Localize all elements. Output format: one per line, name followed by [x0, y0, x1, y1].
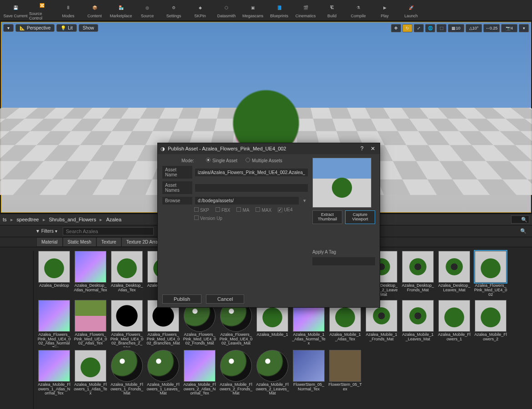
- ue4-checkbox[interactable]: ✓UE4: [278, 207, 292, 213]
- help-button[interactable]: ?: [358, 145, 366, 153]
- skp-checkbox[interactable]: SKP: [194, 207, 209, 213]
- skpin-button[interactable]: ◆SKPIn: [187, 0, 213, 20]
- settings-button[interactable]: ⚙Settings: [161, 0, 186, 20]
- asset-thumb-label: Azalea_Flowers_Pink_Med_UE4_002_Fronds_M…: [183, 333, 216, 346]
- close-button[interactable]: ✕: [369, 145, 377, 153]
- breadcrumb-item[interactable]: speedtree: [17, 217, 39, 222]
- filter-tab[interactable]: Material: [36, 237, 63, 247]
- angle-snap-value[interactable]: △ 10°: [466, 24, 482, 32]
- asset-thumb[interactable]: Azalea_Flowers_Pink_Med_UE4_002_Atlas_Te…: [74, 300, 107, 347]
- launch-button[interactable]: 🚀Launch: [398, 0, 424, 20]
- viewport-dropdown-icon[interactable]: ▾: [3, 24, 14, 32]
- capture-viewport-button[interactable]: Capture Viewport: [345, 210, 375, 224]
- play-button[interactable]: ▶Play: [372, 0, 397, 20]
- sources-panel[interactable]: [4, 251, 34, 409]
- asset-names-field[interactable]: [195, 184, 308, 192]
- max-checkbox[interactable]: MAX: [256, 207, 271, 213]
- scale-icon[interactable]: ⤢: [414, 24, 424, 32]
- asset-thumb[interactable]: Azalea_Mobile_Flowers_2_Fronds_Mat: [219, 350, 253, 396]
- asset-name-field[interactable]: [195, 169, 308, 176]
- skpin-icon: ◆: [195, 3, 205, 13]
- surface-snap-icon[interactable]: ⬚: [437, 24, 447, 32]
- source-button[interactable]: ◎Source: [135, 0, 160, 20]
- breadcrumb-item[interactable]: Shrubs_and_Flowers: [49, 217, 96, 222]
- asset-thumb[interactable]: Azalea_Desktop_Fronds_Mat: [401, 251, 435, 297]
- version-up-checkbox[interactable]: Version Up: [194, 215, 222, 221]
- asset-thumb[interactable]: Azalea_Desktop_Leaves_Mat: [437, 251, 471, 297]
- scale-snap-value[interactable]: ↔ 0.25: [483, 24, 500, 32]
- breadcrumb-item[interactable]: ts: [3, 217, 7, 222]
- extract-thumbnail-button[interactable]: Extract Thumbnail: [312, 210, 342, 224]
- filter-tab[interactable]: Texture: [96, 237, 121, 247]
- search-input[interactable]: [63, 227, 154, 235]
- marketplace-button[interactable]: 🏪Marketplace: [108, 0, 134, 20]
- datasmith-button[interactable]: ⬡Datasmith: [214, 0, 239, 20]
- asset-thumb-image: [402, 300, 434, 332]
- browse-field[interactable]: [195, 197, 299, 204]
- play-icon: ▶: [380, 3, 390, 13]
- search-icon[interactable]: 🔍: [511, 215, 529, 224]
- asset-thumb[interactable]: Azalea_Mobile_Flowers_2: [474, 300, 507, 347]
- build-button[interactable]: 🏗Build: [319, 0, 345, 20]
- modes-button[interactable]: 🎚Modes: [55, 0, 81, 20]
- asset-thumb[interactable]: FlowerStem_05_Normal_Tex: [292, 350, 326, 396]
- lit-button[interactable]: 💡 Lit: [56, 24, 77, 32]
- asset-thumb-label: Azalea_Mobile_1_Fronds_Mat: [365, 333, 398, 342]
- show-button[interactable]: Show: [79, 24, 98, 32]
- asset-thumb-image: [147, 350, 179, 382]
- perspective-button[interactable]: 📐 Perspective: [15, 24, 55, 32]
- asset-thumb[interactable]: Azalea_Desktop_Atlas_Tex: [110, 251, 144, 297]
- globe-icon[interactable]: 🌐: [425, 24, 435, 32]
- asset-thumb-label: Azalea_Flowers_Pink_Med_UE4_002_Branches…: [110, 333, 144, 347]
- asset-thumb[interactable]: Azalea_Desktop: [37, 251, 71, 297]
- browse-dropdown-icon[interactable]: ▾: [301, 198, 308, 204]
- asset-thumb[interactable]: Azalea_Mobile_Flowers_2_Atlas_Normal_Tex: [183, 350, 216, 396]
- asset-thumb[interactable]: FlowerStem_05_Tex: [328, 350, 362, 396]
- asset-thumb-label: Azalea_Mobile_Flowers_2_Fronds_Mat: [219, 383, 253, 396]
- source-control-button[interactable]: 🔀Source Control: [29, 0, 55, 20]
- asset-thumb-image: [111, 251, 143, 283]
- search-icon-right[interactable]: 🔍: [520, 228, 527, 234]
- asset-thumb-image: [38, 251, 70, 283]
- asset-thumb-image: [75, 300, 106, 332]
- asset-name-label: Asset Name: [162, 166, 192, 179]
- translate-icon[interactable]: ✥: [391, 24, 401, 32]
- asset-thumb[interactable]: Azalea_Mobile_1_Leaves_Mat: [401, 300, 435, 347]
- asset-thumb-label: Azalea_Desktop_Fronds_Mat: [401, 284, 435, 293]
- asset-thumb-label: Azalea_Mobile_Flowers_1_Atlas_Tex: [74, 383, 107, 396]
- breadcrumb-item[interactable]: Azalea: [106, 217, 121, 222]
- dialog-titlebar[interactable]: ◑ Publish Asset - Azalea_Flowers_Pink_Me…: [158, 143, 380, 154]
- asset-thumb-label: Azalea_Flowers_Pink_Med_UE4_002: [474, 284, 507, 297]
- filters-dropdown[interactable]: ▼ Filters ▾: [33, 228, 60, 234]
- asset-thumb[interactable]: Azalea_Flowers_Pink_Med_UE4_002_Atlas_No…: [37, 300, 71, 347]
- multiple-assets-radio[interactable]: Multiple Assets: [246, 158, 282, 163]
- asset-thumb[interactable]: Azalea_Mobile_Flowers_2_Leaves_Mat: [256, 350, 289, 396]
- megascans-button[interactable]: ▣Megascans: [240, 0, 266, 20]
- asset-thumb-label: Azalea_Mobile_1: [256, 333, 288, 337]
- asset-thumb[interactable]: Azalea_Flowers_Pink_Med_UE4_002_Branches…: [110, 300, 144, 347]
- asset-thumb[interactable]: Azalea_Mobile_Flowers_1_Atlas_Normal_Tex: [37, 350, 71, 396]
- rotate-icon[interactable]: ↻: [402, 24, 412, 32]
- asset-thumb[interactable]: Azalea_Mobile_Flowers_1_Leaves_Mat: [146, 350, 180, 396]
- asset-thumb[interactable]: Azalea_Mobile_Flowers_1_Atlas_Tex: [74, 350, 107, 396]
- single-asset-radio[interactable]: Single Asset: [206, 158, 237, 163]
- content-button[interactable]: 📦Content: [82, 0, 107, 20]
- ma-checkbox[interactable]: MA: [236, 207, 249, 213]
- save-current-button[interactable]: 💾Save Current: [3, 0, 28, 20]
- cancel-button[interactable]: Cancel: [206, 294, 244, 304]
- filter-tab[interactable]: Static Mesh: [63, 237, 96, 247]
- fbx-checkbox[interactable]: FBX: [216, 207, 230, 213]
- apply-tag-field[interactable]: [312, 257, 375, 265]
- asset-thumb[interactable]: Azalea_Flowers_Pink_Med_UE4_002: [474, 251, 507, 297]
- asset-thumb[interactable]: Azalea_Mobile_Flowers_1_Fronds_Mat: [110, 350, 144, 396]
- asset-thumb[interactable]: Azalea_Desktop_Atlas_Normal_Tex: [74, 251, 107, 297]
- camera-speed[interactable]: 📷 4: [501, 24, 517, 32]
- source-control-icon: 🔀: [37, 0, 47, 10]
- publish-button[interactable]: Publish: [162, 294, 201, 304]
- cinematics-button[interactable]: 🎬Cinematics: [293, 0, 318, 20]
- compile-button[interactable]: ⚗Compile: [346, 0, 371, 20]
- blueprints-button[interactable]: 📘Blueprints: [266, 0, 292, 20]
- asset-thumb[interactable]: Azalea_Mobile_Flowers_1: [437, 300, 471, 347]
- maximize-icon[interactable]: ▾: [519, 24, 529, 32]
- grid-snap-value[interactable]: ▦ 10: [448, 24, 464, 32]
